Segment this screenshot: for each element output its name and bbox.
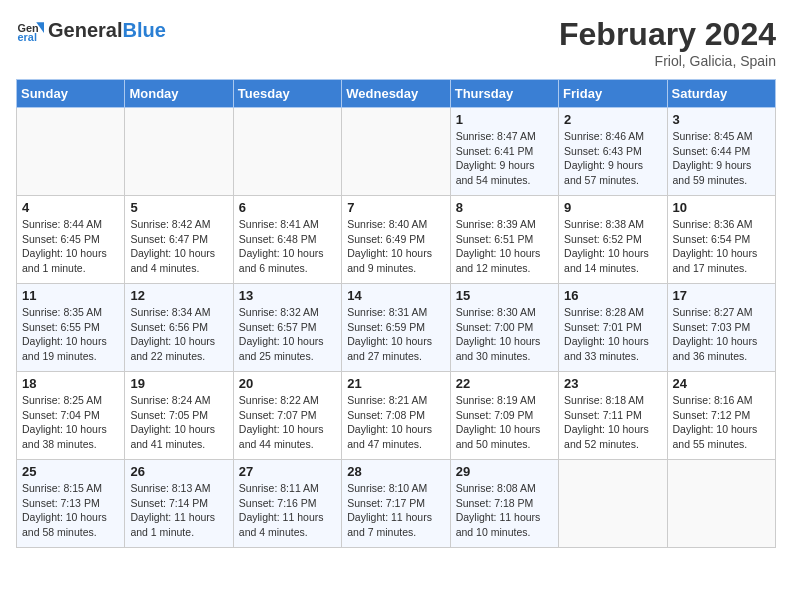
calendar-cell: 27Sunrise: 8:11 AM Sunset: 7:16 PM Dayli… <box>233 460 341 548</box>
day-info: Sunrise: 8:24 AM Sunset: 7:05 PM Dayligh… <box>130 393 227 452</box>
day-info: Sunrise: 8:11 AM Sunset: 7:16 PM Dayligh… <box>239 481 336 540</box>
calendar-cell: 21Sunrise: 8:21 AM Sunset: 7:08 PM Dayli… <box>342 372 450 460</box>
day-number: 11 <box>22 288 119 303</box>
day-number: 6 <box>239 200 336 215</box>
day-number: 19 <box>130 376 227 391</box>
calendar-week-row: 18Sunrise: 8:25 AM Sunset: 7:04 PM Dayli… <box>17 372 776 460</box>
calendar-cell <box>559 460 667 548</box>
calendar-cell: 2Sunrise: 8:46 AM Sunset: 6:43 PM Daylig… <box>559 108 667 196</box>
day-number: 12 <box>130 288 227 303</box>
day-info: Sunrise: 8:22 AM Sunset: 7:07 PM Dayligh… <box>239 393 336 452</box>
day-number: 27 <box>239 464 336 479</box>
weekday-header-friday: Friday <box>559 80 667 108</box>
day-number: 8 <box>456 200 553 215</box>
weekday-header-saturday: Saturday <box>667 80 775 108</box>
calendar-cell: 20Sunrise: 8:22 AM Sunset: 7:07 PM Dayli… <box>233 372 341 460</box>
title-area: February 2024 Friol, Galicia, Spain <box>559 16 776 69</box>
day-number: 3 <box>673 112 770 127</box>
weekday-header-thursday: Thursday <box>450 80 558 108</box>
day-info: Sunrise: 8:46 AM Sunset: 6:43 PM Dayligh… <box>564 129 661 188</box>
day-info: Sunrise: 8:44 AM Sunset: 6:45 PM Dayligh… <box>22 217 119 276</box>
day-number: 1 <box>456 112 553 127</box>
day-number: 15 <box>456 288 553 303</box>
calendar-week-row: 11Sunrise: 8:35 AM Sunset: 6:55 PM Dayli… <box>17 284 776 372</box>
day-number: 26 <box>130 464 227 479</box>
day-info: Sunrise: 8:31 AM Sunset: 6:59 PM Dayligh… <box>347 305 444 364</box>
calendar-cell: 25Sunrise: 8:15 AM Sunset: 7:13 PM Dayli… <box>17 460 125 548</box>
day-number: 16 <box>564 288 661 303</box>
day-info: Sunrise: 8:36 AM Sunset: 6:54 PM Dayligh… <box>673 217 770 276</box>
logo: Gen eral GeneralBlue <box>16 16 166 44</box>
calendar-cell: 11Sunrise: 8:35 AM Sunset: 6:55 PM Dayli… <box>17 284 125 372</box>
day-info: Sunrise: 8:42 AM Sunset: 6:47 PM Dayligh… <box>130 217 227 276</box>
day-info: Sunrise: 8:13 AM Sunset: 7:14 PM Dayligh… <box>130 481 227 540</box>
day-number: 22 <box>456 376 553 391</box>
day-number: 25 <box>22 464 119 479</box>
day-info: Sunrise: 8:47 AM Sunset: 6:41 PM Dayligh… <box>456 129 553 188</box>
day-info: Sunrise: 8:10 AM Sunset: 7:17 PM Dayligh… <box>347 481 444 540</box>
day-info: Sunrise: 8:16 AM Sunset: 7:12 PM Dayligh… <box>673 393 770 452</box>
calendar-cell: 4Sunrise: 8:44 AM Sunset: 6:45 PM Daylig… <box>17 196 125 284</box>
calendar-cell: 12Sunrise: 8:34 AM Sunset: 6:56 PM Dayli… <box>125 284 233 372</box>
calendar-cell: 17Sunrise: 8:27 AM Sunset: 7:03 PM Dayli… <box>667 284 775 372</box>
calendar-cell: 14Sunrise: 8:31 AM Sunset: 6:59 PM Dayli… <box>342 284 450 372</box>
day-number: 18 <box>22 376 119 391</box>
calendar-week-row: 1Sunrise: 8:47 AM Sunset: 6:41 PM Daylig… <box>17 108 776 196</box>
calendar-table: SundayMondayTuesdayWednesdayThursdayFrid… <box>16 79 776 548</box>
day-info: Sunrise: 8:34 AM Sunset: 6:56 PM Dayligh… <box>130 305 227 364</box>
day-number: 24 <box>673 376 770 391</box>
calendar-cell <box>667 460 775 548</box>
day-info: Sunrise: 8:08 AM Sunset: 7:18 PM Dayligh… <box>456 481 553 540</box>
logo-text-blue: Blue <box>122 19 165 41</box>
calendar-cell <box>125 108 233 196</box>
day-info: Sunrise: 8:38 AM Sunset: 6:52 PM Dayligh… <box>564 217 661 276</box>
calendar-cell: 23Sunrise: 8:18 AM Sunset: 7:11 PM Dayli… <box>559 372 667 460</box>
calendar-cell: 10Sunrise: 8:36 AM Sunset: 6:54 PM Dayli… <box>667 196 775 284</box>
calendar-cell: 8Sunrise: 8:39 AM Sunset: 6:51 PM Daylig… <box>450 196 558 284</box>
weekday-header-sunday: Sunday <box>17 80 125 108</box>
day-info: Sunrise: 8:39 AM Sunset: 6:51 PM Dayligh… <box>456 217 553 276</box>
day-info: Sunrise: 8:21 AM Sunset: 7:08 PM Dayligh… <box>347 393 444 452</box>
calendar-cell: 13Sunrise: 8:32 AM Sunset: 6:57 PM Dayli… <box>233 284 341 372</box>
month-title: February 2024 <box>559 16 776 53</box>
day-number: 20 <box>239 376 336 391</box>
weekday-header-tuesday: Tuesday <box>233 80 341 108</box>
calendar-cell: 5Sunrise: 8:42 AM Sunset: 6:47 PM Daylig… <box>125 196 233 284</box>
day-number: 2 <box>564 112 661 127</box>
day-info: Sunrise: 8:41 AM Sunset: 6:48 PM Dayligh… <box>239 217 336 276</box>
day-info: Sunrise: 8:25 AM Sunset: 7:04 PM Dayligh… <box>22 393 119 452</box>
calendar-cell: 3Sunrise: 8:45 AM Sunset: 6:44 PM Daylig… <box>667 108 775 196</box>
day-number: 29 <box>456 464 553 479</box>
calendar-cell <box>17 108 125 196</box>
day-number: 28 <box>347 464 444 479</box>
weekday-header-row: SundayMondayTuesdayWednesdayThursdayFrid… <box>17 80 776 108</box>
day-info: Sunrise: 8:45 AM Sunset: 6:44 PM Dayligh… <box>673 129 770 188</box>
calendar-week-row: 25Sunrise: 8:15 AM Sunset: 7:13 PM Dayli… <box>17 460 776 548</box>
calendar-cell: 9Sunrise: 8:38 AM Sunset: 6:52 PM Daylig… <box>559 196 667 284</box>
day-info: Sunrise: 8:18 AM Sunset: 7:11 PM Dayligh… <box>564 393 661 452</box>
day-number: 14 <box>347 288 444 303</box>
day-info: Sunrise: 8:35 AM Sunset: 6:55 PM Dayligh… <box>22 305 119 364</box>
calendar-cell <box>342 108 450 196</box>
weekday-header-monday: Monday <box>125 80 233 108</box>
calendar-cell: 15Sunrise: 8:30 AM Sunset: 7:00 PM Dayli… <box>450 284 558 372</box>
calendar-cell <box>233 108 341 196</box>
page-header: Gen eral GeneralBlue February 2024 Friol… <box>16 16 776 69</box>
day-info: Sunrise: 8:32 AM Sunset: 6:57 PM Dayligh… <box>239 305 336 364</box>
weekday-header-wednesday: Wednesday <box>342 80 450 108</box>
day-number: 10 <box>673 200 770 215</box>
location: Friol, Galicia, Spain <box>559 53 776 69</box>
calendar-cell: 29Sunrise: 8:08 AM Sunset: 7:18 PM Dayli… <box>450 460 558 548</box>
day-number: 9 <box>564 200 661 215</box>
day-number: 23 <box>564 376 661 391</box>
day-number: 13 <box>239 288 336 303</box>
day-number: 21 <box>347 376 444 391</box>
calendar-cell: 24Sunrise: 8:16 AM Sunset: 7:12 PM Dayli… <box>667 372 775 460</box>
calendar-week-row: 4Sunrise: 8:44 AM Sunset: 6:45 PM Daylig… <box>17 196 776 284</box>
day-info: Sunrise: 8:40 AM Sunset: 6:49 PM Dayligh… <box>347 217 444 276</box>
day-number: 5 <box>130 200 227 215</box>
day-number: 17 <box>673 288 770 303</box>
logo-text-general: General <box>48 19 122 41</box>
calendar-cell: 22Sunrise: 8:19 AM Sunset: 7:09 PM Dayli… <box>450 372 558 460</box>
calendar-cell: 26Sunrise: 8:13 AM Sunset: 7:14 PM Dayli… <box>125 460 233 548</box>
